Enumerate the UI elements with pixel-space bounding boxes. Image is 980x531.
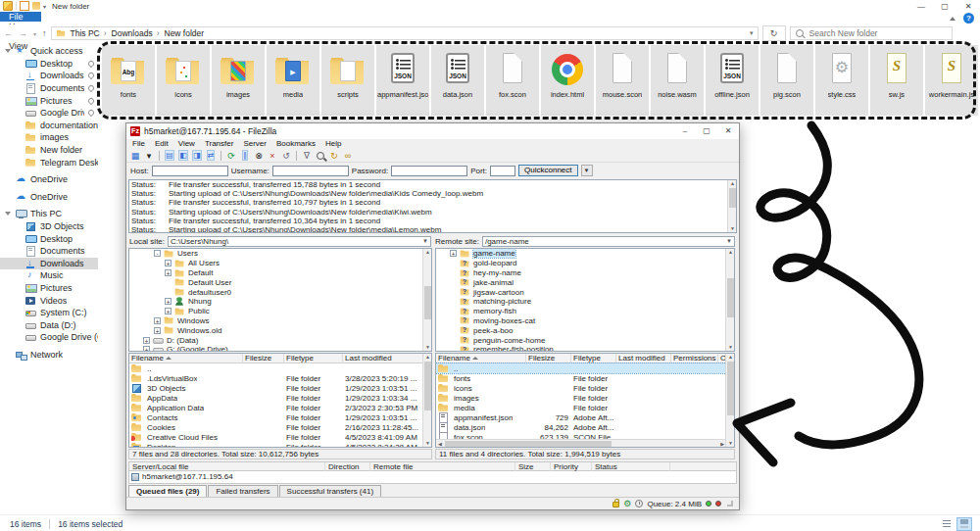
- sidebar-item[interactable]: New folder: [0, 144, 98, 157]
- remote-file-row[interactable]: data.json 84,262 Adobe Aft...: [436, 422, 734, 432]
- remote-tree-item[interactable]: jigsaw-cartoon: [436, 287, 734, 297]
- local-tree-item[interactable]: defaultuser0: [129, 287, 431, 297]
- local-file-row[interactable]: Creative Cloud Files File folder 4/5/202…: [129, 432, 431, 442]
- remote-list-scrollbar[interactable]: ▲▼: [725, 354, 734, 447]
- filter-icon[interactable]: ∇: [301, 150, 313, 162]
- file-tile[interactable]: fonts: [102, 45, 155, 116]
- tree-expander[interactable]: +: [165, 269, 172, 276]
- tree-expander[interactable]: +: [450, 250, 457, 257]
- tree-expander[interactable]: +: [154, 327, 161, 334]
- properties-icon[interactable]: [20, 1, 29, 11]
- file-tile[interactable]: data.json: [431, 45, 484, 116]
- new-folder-icon[interactable]: [32, 2, 40, 10]
- sync-browsing-icon[interactable]: ↻: [328, 150, 340, 162]
- local-tree-item[interactable]: + Windows: [129, 316, 431, 326]
- toggle-local-tree-icon[interactable]: ◧: [177, 150, 189, 162]
- file-tile[interactable]: mouse.scon: [596, 45, 649, 116]
- expand-chevron-icon[interactable]: [5, 212, 11, 216]
- tree-expander[interactable]: +: [143, 337, 150, 344]
- file-search-icon[interactable]: [315, 150, 326, 162]
- menu-item[interactable]: Bookmarks: [272, 139, 319, 149]
- tree-expander[interactable]: +: [165, 308, 172, 314]
- search-input[interactable]: [808, 27, 939, 39]
- local-list-scrollbar[interactable]: ▲▼: [422, 354, 431, 447]
- sidebar-item[interactable]: OneDrive: [0, 173, 98, 186]
- sidebar-item[interactable]: Downloads: [0, 258, 98, 270]
- site-manager-dropdown[interactable]: ▾: [143, 150, 155, 162]
- remote-file-row[interactable]: fonts File folder: [436, 373, 734, 383]
- quickconnect-button[interactable]: Quickconnect: [518, 165, 577, 176]
- file-tile[interactable]: icons: [157, 45, 210, 116]
- local-tree-scrollbar[interactable]: ▲▼: [422, 249, 431, 351]
- address-dropdown-chevron-icon[interactable]: ▾: [750, 29, 758, 37]
- remote-file-row[interactable]: icons File folder: [436, 383, 734, 393]
- find-files-icon[interactable]: ∞: [342, 150, 354, 162]
- refresh-button[interactable]: ↻: [762, 25, 786, 41]
- file-tile[interactable]: style.css: [815, 45, 868, 116]
- remote-tree-item[interactable]: gold-leopard: [436, 259, 734, 268]
- process-queue-icon[interactable]: ∥: [239, 150, 251, 162]
- sidebar-item[interactable]: OneDrive: [0, 191, 98, 204]
- local-tree-item[interactable]: + G: (Google Drive): [129, 345, 431, 352]
- disconnect-icon[interactable]: ×: [267, 150, 278, 162]
- remote-tree-scrollbar[interactable]: ▲▼: [725, 249, 734, 351]
- up-button[interactable]: ↑: [42, 28, 47, 38]
- local-tree-item[interactable]: + D: (Data): [129, 335, 431, 345]
- icons-view-toggle[interactable]: [956, 517, 972, 531]
- menu-item[interactable]: Edit: [151, 139, 172, 149]
- file-tile[interactable]: scripts: [321, 45, 374, 116]
- filezilla-titlebar[interactable]: Fz h5market@167.71.195.64 - FileZilla – …: [126, 123, 739, 139]
- file-tile[interactable]: workermain.js: [925, 45, 978, 116]
- remote-file-row[interactable]: images File folder: [436, 393, 734, 403]
- file-tile[interactable]: offline.json: [706, 45, 759, 116]
- breadcrumb-item[interactable]: This PC: [69, 28, 102, 38]
- site-manager-icon[interactable]: ▦: [129, 150, 141, 162]
- remote-tree-item[interactable]: peek-a-boo: [436, 325, 734, 335]
- local-site-select[interactable]: C:\Users\Nhung\ ▼: [168, 236, 431, 247]
- remote-file-row[interactable]: appmanifest.json 729 Adobe Aft...: [436, 412, 734, 422]
- menu-item[interactable]: File: [128, 139, 149, 149]
- recent-locations-chevron-icon[interactable]: ▾: [33, 30, 36, 37]
- minimize-button[interactable]: —: [909, 1, 933, 12]
- sidebar-item[interactable]: Desktop: [0, 58, 98, 71]
- fz-minimize-button[interactable]: –: [674, 123, 696, 139]
- password-input[interactable]: [391, 166, 467, 176]
- file-tile[interactable]: images: [212, 45, 265, 116]
- sidebar-item[interactable]: images: [0, 131, 98, 144]
- local-tree-item[interactable]: + Default: [129, 268, 431, 278]
- back-button[interactable]: ←: [4, 28, 13, 38]
- file-tile[interactable]: index.html: [541, 45, 594, 116]
- sidebar-item[interactable]: Documents: [0, 82, 98, 95]
- local-tree-item[interactable]: + All Users: [129, 259, 431, 268]
- menu-item[interactable]: Transfer: [201, 139, 238, 149]
- file-tile[interactable]: noise.wasm: [651, 45, 704, 116]
- sidebar-item[interactable]: 3D Objects: [0, 220, 98, 233]
- quickconnect-dropdown[interactable]: ▼: [581, 165, 593, 176]
- local-file-row[interactable]: AppData File folder 1/29/2023 1:03:34 ..…: [129, 393, 431, 403]
- sidebar-item[interactable]: Pictures: [0, 282, 98, 295]
- breadcrumb-item[interactable]: Downloads: [102, 28, 155, 38]
- tree-expander[interactable]: +: [154, 317, 161, 324]
- fz-close-button[interactable]: ✕: [717, 123, 739, 139]
- resize-grip[interactable]: [727, 501, 733, 507]
- host-input[interactable]: [152, 166, 228, 176]
- file-tile[interactable]: pig.scon: [760, 45, 813, 116]
- file-tile[interactable]: media: [267, 45, 319, 116]
- remote-tree-item[interactable]: + game-name: [436, 249, 734, 259]
- sidebar-item[interactable]: Music: [0, 269, 98, 282]
- port-input[interactable]: [490, 166, 515, 176]
- local-file-row[interactable]: Application Data File folder 2/3/2023 2:…: [129, 403, 431, 412]
- ribbon-tab[interactable]: File: [0, 12, 41, 22]
- local-tree-item[interactable]: + Windows.old: [129, 325, 431, 335]
- toggle-log-icon[interactable]: ▤: [164, 150, 175, 162]
- details-view-toggle[interactable]: [939, 517, 955, 531]
- toolbar-icon[interactable]: [220, 151, 221, 161]
- breadcrumb-item[interactable]: New folder: [155, 28, 206, 38]
- expand-chevron-icon[interactable]: [5, 49, 11, 53]
- sidebar-item[interactable]: Desktop: [0, 232, 98, 245]
- sidebar-item[interactable]: Google Drive (G:): [0, 107, 98, 120]
- file-tile[interactable]: fox.scon: [486, 45, 539, 116]
- fz-maximize-button[interactable]: ▢: [696, 123, 717, 139]
- forward-button[interactable]: →: [19, 28, 27, 38]
- username-input[interactable]: [272, 166, 349, 176]
